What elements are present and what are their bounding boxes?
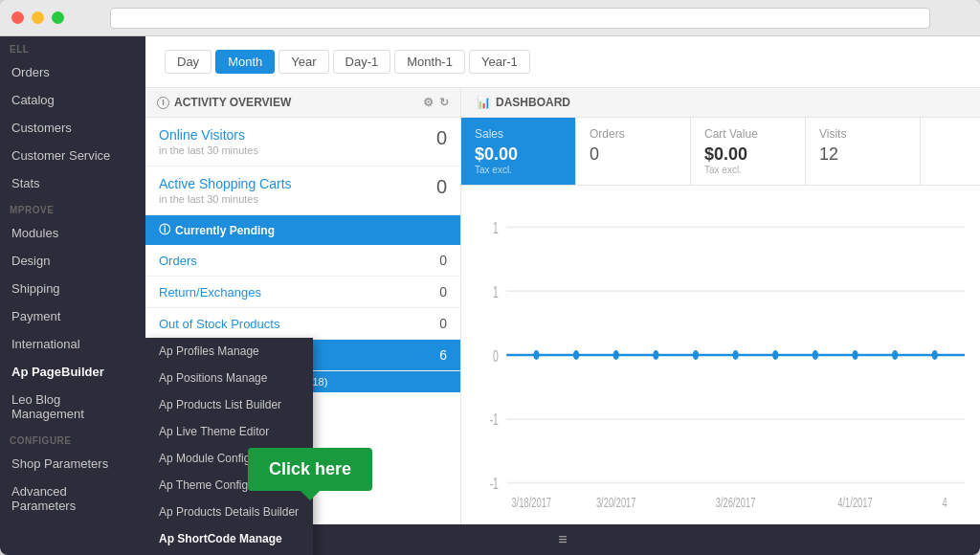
dropdown-ap-positions[interactable]: Ap Positions Manage xyxy=(145,365,313,391)
svg-text:1: 1 xyxy=(493,218,499,236)
svg-point-20 xyxy=(892,350,898,360)
sales-sub: Tax excl. xyxy=(475,165,562,175)
activity-header-left: i ACTIVITY OVERVIEW xyxy=(157,96,291,109)
dropdown-ap-shortcode[interactable]: Ap ShortCode Manage xyxy=(145,525,313,552)
main-wrapper: Day Month Year Day-1 Month-1 Year-1 i AC… xyxy=(145,36,980,555)
svg-text:4: 4 xyxy=(943,494,947,510)
active-carts-info: Active Shopping Carts in the last 30 min… xyxy=(159,176,292,205)
configure-section-label: CONFIGURE xyxy=(0,428,145,450)
sales-summary: Sales $0.00 Tax excl. Orders 0 Cart Valu… xyxy=(461,118,980,186)
period-day-btn[interactable]: Day xyxy=(165,50,212,74)
dropdown-ap-profiles[interactable]: Ap Profiles Manage xyxy=(145,338,313,365)
svg-text:3/26/2017: 3/26/2017 xyxy=(716,494,756,510)
activity-gear-icon[interactable]: ⚙ xyxy=(423,96,434,109)
ap-pagebuilder-dropdown: Ap Profiles Manage Ap Positions Manage A… xyxy=(145,338,313,555)
online-visitors-value: 0 xyxy=(436,127,447,149)
dropdown-ap-live-theme[interactable]: Ap Live Theme Editor xyxy=(145,418,313,445)
svg-point-15 xyxy=(693,350,699,360)
sidebar-item-ap-pagebuilder[interactable]: Ap PageBuilder xyxy=(0,358,145,386)
sidebar-item-shop-params[interactable]: Shop Parameters xyxy=(0,450,145,477)
pending-orders-value: 0 xyxy=(439,253,447,268)
svg-point-16 xyxy=(732,350,738,360)
pending-info-icon: ⓘ xyxy=(159,222,170,238)
activity-refresh-icon[interactable]: ↻ xyxy=(439,96,449,109)
svg-point-13 xyxy=(613,350,619,360)
activity-panel-header: i ACTIVITY OVERVIEW ⚙ ↻ xyxy=(145,88,460,118)
sidebar-item-shipping[interactable]: Shipping xyxy=(0,275,145,302)
orders-summary-label: Orders xyxy=(590,127,677,141)
pending-returns-row: Return/Exchanges 0 xyxy=(145,277,460,308)
cart-value: $0.00 xyxy=(704,144,791,165)
sales-value: $0.00 xyxy=(475,144,562,165)
dropdown-ap-products-list[interactable]: Ap Products List Builder xyxy=(145,391,313,418)
sidebar-item-advanced-params[interactable]: Advanced Parameters xyxy=(0,477,145,520)
pending-outofstock-row: Out of Stock Products 0 xyxy=(145,308,460,340)
period-bar: Day Month Year Day-1 Month-1 Year-1 xyxy=(145,36,980,88)
sidebar-item-payment[interactable]: Payment xyxy=(0,302,145,330)
period-month1-btn[interactable]: Month-1 xyxy=(394,50,465,74)
pending-outofstock-value: 0 xyxy=(439,316,447,331)
activity-info-icon: i xyxy=(157,97,169,109)
chart-area: 1 1 0 -1 -1 xyxy=(461,186,980,524)
url-bar[interactable] xyxy=(110,8,930,29)
cart-sub: Tax excl. xyxy=(704,165,791,175)
pending-orders-label[interactable]: Orders xyxy=(159,254,197,268)
dropdown-ap-products-details[interactable]: Ap Products Details Builder xyxy=(145,499,313,525)
pending-outofstock-label[interactable]: Out of Stock Products xyxy=(159,317,279,331)
pending-returns-value: 0 xyxy=(439,284,447,300)
online-visitors-sublabel: in the last 30 minutes xyxy=(159,144,258,156)
svg-point-14 xyxy=(653,350,658,360)
svg-point-18 xyxy=(813,350,818,360)
maximize-button[interactable] xyxy=(52,11,64,24)
improve-section-label: MPROVE xyxy=(0,197,145,219)
activity-header-label: ACTIVITY OVERVIEW xyxy=(174,96,291,109)
click-here-tooltip[interactable]: Click here xyxy=(248,448,372,491)
pending-carts-value: 6 xyxy=(439,347,447,363)
close-button[interactable] xyxy=(11,11,24,24)
dashboard-title: DASHBOARD xyxy=(496,96,570,109)
svg-text:0: 0 xyxy=(493,346,499,365)
sidebar-item-orders[interactable]: Orders xyxy=(0,58,145,86)
sales-cell-visits: Visits 12 xyxy=(806,118,921,185)
svg-text:4/1/2017: 4/1/2017 xyxy=(837,494,872,510)
dashboard-header: 📊 DASHBOARD xyxy=(461,88,980,118)
svg-point-12 xyxy=(573,350,579,360)
sidebar-item-modules[interactable]: Modules xyxy=(0,219,145,247)
sidebar-item-leo-blog[interactable]: Leo Blog Management xyxy=(0,386,145,428)
orders-summary-value: 0 xyxy=(590,144,677,165)
click-here-label: Click here xyxy=(269,459,351,478)
svg-text:3/18/2017: 3/18/2017 xyxy=(511,494,551,510)
period-day1-btn[interactable]: Day-1 xyxy=(333,50,391,74)
sidebar-item-catalog[interactable]: Catalog xyxy=(0,86,145,114)
sidebar-item-design[interactable]: Design xyxy=(0,247,145,275)
cart-label: Cart Value xyxy=(704,127,791,141)
svg-point-19 xyxy=(852,350,858,360)
svg-text:1: 1 xyxy=(493,282,499,300)
sidebar-item-customers[interactable]: Customers xyxy=(0,114,145,142)
online-visitors-label: Online Visitors xyxy=(159,127,258,143)
svg-text:-1: -1 xyxy=(490,411,499,429)
sidebar: ELL Orders Catalog Customers Customer Se… xyxy=(0,36,145,555)
svg-text:3/20/2017: 3/20/2017 xyxy=(596,494,636,510)
active-carts-row: Active Shopping Carts in the last 30 min… xyxy=(145,166,460,215)
visits-label: Visits xyxy=(819,127,906,141)
period-year1-btn[interactable]: Year-1 xyxy=(469,50,530,74)
period-year-btn[interactable]: Year xyxy=(278,50,328,74)
sales-label: Sales xyxy=(475,127,562,141)
svg-point-17 xyxy=(772,350,778,360)
dashboard-chart-icon: 📊 xyxy=(477,96,491,109)
svg-text:-1: -1 xyxy=(490,475,499,493)
visits-value: 12 xyxy=(819,144,906,165)
sell-section-label: ELL xyxy=(0,36,145,58)
sidebar-item-customer-service[interactable]: Customer Service xyxy=(0,142,145,169)
hamburger-icon[interactable]: ≡ xyxy=(558,531,567,548)
minimize-button[interactable] xyxy=(32,11,44,24)
period-month-btn[interactable]: Month xyxy=(215,50,275,74)
sales-cell-sales: Sales $0.00 Tax excl. xyxy=(461,118,576,185)
sidebar-item-international[interactable]: International xyxy=(0,330,145,358)
pending-section-header: ⓘ Currently Pending xyxy=(145,215,460,245)
active-carts-sublabel: in the last 30 minutes xyxy=(159,193,292,205)
pending-returns-label[interactable]: Return/Exchanges xyxy=(159,285,261,300)
sidebar-item-stats[interactable]: Stats xyxy=(0,169,145,197)
svg-point-11 xyxy=(533,350,539,360)
